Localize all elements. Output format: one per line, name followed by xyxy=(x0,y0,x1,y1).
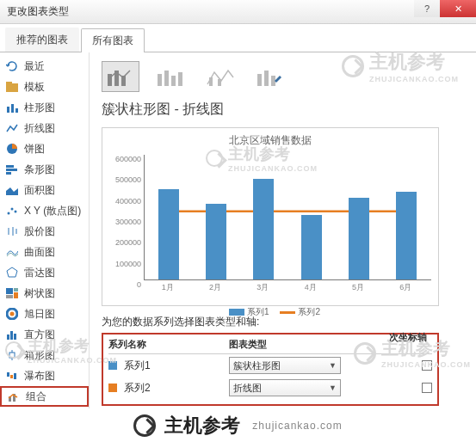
svg-rect-3 xyxy=(11,104,14,113)
sidebar-item-treemap[interactable]: 树状图 xyxy=(0,283,89,304)
svg-rect-39 xyxy=(178,72,182,86)
svg-rect-23 xyxy=(10,331,13,340)
svg-rect-42 xyxy=(257,74,262,86)
sidebar-item-label: 雷达图 xyxy=(24,266,55,280)
column-icon xyxy=(5,101,19,114)
x-axis-ticks: 1月2月3月4月5月6月 xyxy=(144,280,431,292)
brand-name: 主机参考 xyxy=(164,413,240,439)
sidebar-item-radar[interactable]: 雷达图 xyxy=(0,262,89,283)
sidebar-item-waterfall[interactable]: 瀑布图 xyxy=(0,365,89,386)
sidebar-item-bar[interactable]: 条形图 xyxy=(0,159,89,180)
sidebar-item-label: 股价图 xyxy=(24,224,55,239)
svg-point-9 xyxy=(8,212,10,215)
chart-preview: 主机参考ZHUJICANKAO.COM 北京区域销售数据 01000002000… xyxy=(102,127,439,306)
scatter-icon xyxy=(5,204,19,218)
chart-legend: 系列1 系列2 xyxy=(109,306,431,318)
col-chart-type: 图表类型 xyxy=(229,338,363,351)
sidebar-item-label: 面积图 xyxy=(24,183,55,198)
secondary-axis-checkbox[interactable] xyxy=(422,383,432,393)
svg-rect-18 xyxy=(14,292,18,298)
sidebar-item-label: 箱形图 xyxy=(24,348,55,363)
chart-type-dropdown[interactable]: 折线图▼ xyxy=(229,379,341,396)
bar xyxy=(253,179,274,279)
bar-icon xyxy=(5,163,19,176)
sidebar-item-combo[interactable]: 组合 xyxy=(0,386,89,407)
sidebar-item-scatter[interactable]: X Y (散点图) xyxy=(0,200,89,221)
tab-all-charts[interactable]: 所有图表 xyxy=(81,28,145,52)
svg-rect-7 xyxy=(6,169,17,171)
series-row: 系列2折线图▼ xyxy=(108,377,432,399)
svg-rect-38 xyxy=(171,76,176,86)
svg-rect-2 xyxy=(7,107,9,113)
brand-domain: zhujicankao.com xyxy=(252,420,342,432)
series-swatch xyxy=(108,361,117,370)
sidebar-item-stock[interactable]: 股价图 xyxy=(0,221,89,242)
sidebar-item-label: 饼图 xyxy=(24,142,45,156)
svg-marker-15 xyxy=(7,267,17,277)
box-icon xyxy=(5,348,19,362)
window-title: 更改图表类型 xyxy=(7,4,69,19)
waterfall-icon xyxy=(5,369,19,383)
chart-type-value: 折线图 xyxy=(233,382,262,395)
main-panel: 主机参考ZHUJICANKAO.COM 簇状柱形图 - 折线图 主机参考ZHUJ… xyxy=(90,52,476,431)
stock-icon xyxy=(5,224,19,238)
svg-rect-41 xyxy=(218,79,221,86)
sidebar-item-column[interactable]: 柱形图 xyxy=(0,97,89,118)
footer-brand: 主机参考 zhujicankao.com xyxy=(0,408,476,443)
chart-type-value: 簇状柱形图 xyxy=(233,359,281,372)
recent-icon xyxy=(5,59,19,73)
svg-rect-24 xyxy=(14,334,16,340)
sidebar-item-recent[interactable]: 最近 xyxy=(0,56,89,77)
sidebar-item-histogram[interactable]: 直方图 xyxy=(0,324,89,345)
sidebar-item-area[interactable]: 面积图 xyxy=(0,180,89,200)
combo-subtitle: 簇状柱形图 - 折线图 xyxy=(102,101,466,119)
svg-rect-43 xyxy=(264,71,269,86)
sidebar-item-template[interactable]: 模板 xyxy=(0,77,89,97)
line-icon xyxy=(5,121,19,135)
sidebar-item-label: 最近 xyxy=(24,59,45,74)
secondary-axis-checkbox[interactable] xyxy=(422,360,432,371)
subtype-stacked-area-column[interactable] xyxy=(201,61,239,92)
chart-type-dropdown[interactable]: 簇状柱形图▼ xyxy=(229,357,341,374)
svg-rect-33 xyxy=(108,74,112,86)
svg-rect-0 xyxy=(6,83,18,92)
pie-icon xyxy=(5,142,19,156)
series-row: 系列1簇状柱形图▼ xyxy=(108,354,432,377)
svg-rect-19 xyxy=(6,295,13,298)
surface-icon xyxy=(5,245,19,259)
help-button[interactable]: ? xyxy=(414,0,440,17)
template-icon xyxy=(5,80,19,94)
legend-label-2: 系列2 xyxy=(298,307,320,316)
treemap-icon xyxy=(5,286,19,300)
bar xyxy=(158,189,179,279)
area-icon xyxy=(5,183,19,197)
combo-subtype-gallery xyxy=(102,61,466,92)
sidebar-item-surface[interactable]: 曲面图 xyxy=(0,242,89,262)
tab-recommended[interactable]: 推荐的图表 xyxy=(5,28,79,52)
chart-type-sidebar: 最近模板柱形图折线图饼图条形图面积图X Y (散点图)股价图曲面图雷达图树状图旭… xyxy=(0,52,90,431)
sidebar-item-sunburst[interactable]: 旭日图 xyxy=(0,304,89,324)
svg-rect-16 xyxy=(6,288,13,294)
bar xyxy=(301,215,322,279)
svg-rect-29 xyxy=(10,375,13,378)
sunburst-icon xyxy=(5,307,19,321)
sidebar-item-label: 旭日图 xyxy=(24,307,55,322)
svg-rect-22 xyxy=(7,334,9,340)
col-secondary-axis: 次坐标轴 xyxy=(389,331,427,344)
svg-point-21 xyxy=(10,312,15,316)
sidebar-item-box[interactable]: 箱形图 xyxy=(0,345,89,365)
bar xyxy=(396,192,417,279)
svg-rect-6 xyxy=(6,165,14,168)
svg-rect-37 xyxy=(164,71,169,86)
chevron-down-icon: ▼ xyxy=(329,384,337,392)
close-button[interactable]: ✕ xyxy=(440,0,476,17)
subtype-clustered-column-line-secondary[interactable] xyxy=(151,61,189,92)
subtype-custom-combo[interactable] xyxy=(251,61,289,92)
sidebar-item-pie[interactable]: 饼图 xyxy=(0,138,89,159)
series-name: 系列1 xyxy=(124,359,151,373)
legend-label-1: 系列1 xyxy=(247,307,269,316)
subtype-clustered-column-line[interactable] xyxy=(102,61,139,92)
bar xyxy=(349,198,369,279)
sidebar-item-line[interactable]: 折线图 xyxy=(0,118,89,138)
svg-rect-40 xyxy=(209,77,213,86)
